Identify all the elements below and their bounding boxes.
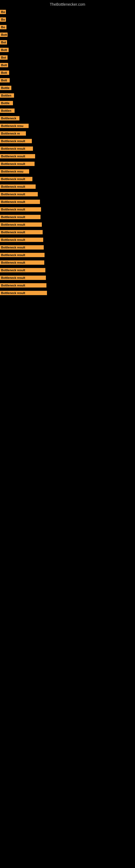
bar-row: Bo bbox=[0, 23, 135, 31]
bar-label: Bottleneck result bbox=[0, 276, 46, 280]
bar-label: Bottleneck result bbox=[0, 154, 35, 158]
bar-label: Bottleneck result bbox=[0, 147, 33, 151]
bar-row: Bottleneck result bbox=[0, 251, 135, 259]
bar-row: Bottleneck result bbox=[0, 213, 135, 221]
bar-row: Bott bbox=[0, 61, 135, 69]
bar-row: Bottleneck result bbox=[0, 244, 135, 251]
bar-label: Bottleneck result bbox=[0, 245, 44, 250]
bar-row: Bottle bbox=[0, 84, 135, 92]
bar-row: Bottleneck result bbox=[0, 228, 135, 236]
bar-row: Bottleneck result bbox=[0, 289, 135, 297]
bar-label: Bottle bbox=[0, 101, 13, 105]
bar-label: Bottleneck result bbox=[0, 253, 45, 257]
bar-label: Bottleneck result bbox=[0, 177, 32, 181]
bar-label: Bottleneck result bbox=[0, 222, 42, 227]
bar-label: Bottleneck result bbox=[0, 283, 46, 287]
bar-label: Bottleneck result bbox=[0, 238, 43, 242]
bar-label: Bottleneck resu bbox=[0, 169, 29, 174]
bar-row: Bottleneck result bbox=[0, 274, 135, 282]
bar-row: Bot bbox=[0, 54, 135, 61]
bar-label: Bottlen bbox=[0, 108, 14, 113]
bar-row: Bottlen bbox=[0, 107, 135, 115]
bar-label: Bottleneck result bbox=[0, 260, 44, 265]
bar-label: Bott bbox=[0, 78, 10, 83]
bar-row: Bott bbox=[0, 46, 135, 54]
bar-row: Bottleneck resu bbox=[0, 167, 135, 175]
bar-label: Bottleneck re bbox=[0, 131, 26, 135]
bar-label: Bo bbox=[0, 10, 6, 14]
bar-label: Bottleneck bbox=[0, 116, 19, 120]
bar-row: Bottleneck re bbox=[0, 130, 135, 137]
site-title: TheBottlenecker.com bbox=[0, 0, 135, 8]
bar-label: Bott bbox=[0, 63, 8, 67]
bar-label: Bottleneck result bbox=[0, 199, 40, 204]
bar-row: Bottleneck result bbox=[0, 175, 135, 183]
bar-label: Bottleneck result bbox=[0, 230, 43, 235]
bar-row: Bottleneck result bbox=[0, 190, 135, 198]
bar-label: Bottleneck result bbox=[0, 215, 41, 219]
bar-row: Bot bbox=[0, 38, 135, 46]
bar-row: Bottleneck bbox=[0, 115, 135, 122]
bar-row: Bo bbox=[0, 8, 135, 16]
bar-label: Bottleneck result bbox=[0, 139, 32, 143]
bar-label: Bo bbox=[0, 25, 6, 29]
bar-row: Bo bbox=[0, 16, 135, 23]
bar-label: Bottleneck result bbox=[0, 207, 41, 212]
bar-row: Bottleneck result bbox=[0, 236, 135, 244]
bar-row: Bottlen bbox=[0, 92, 135, 99]
bar-row: Bott bbox=[0, 69, 135, 76]
bar-label: Bottleneck resu bbox=[0, 124, 29, 128]
bar-label: Bottleneck result bbox=[0, 192, 38, 196]
bar-row: Bottleneck result bbox=[0, 221, 135, 228]
bar-row: Bottleneck resu bbox=[0, 122, 135, 130]
bar-label: Bottleneck result bbox=[0, 291, 47, 295]
bar-row: Bottle bbox=[0, 99, 135, 107]
bar-row: Bottleneck result bbox=[0, 198, 135, 206]
bar-row: Bott bbox=[0, 76, 135, 84]
bar-label: Bottleneck result bbox=[0, 162, 35, 166]
bar-label: Bottleneck result bbox=[0, 268, 45, 272]
bar-row: Bott bbox=[0, 31, 135, 38]
bar-label: Bot bbox=[0, 55, 8, 60]
bar-label: Bo bbox=[0, 18, 6, 22]
bars-container: BoBoBoBottBotBottBotBottBottBottBottleBo… bbox=[0, 8, 135, 297]
bar-row: Bottleneck result bbox=[0, 137, 135, 145]
bar-row: Bottleneck result bbox=[0, 183, 135, 190]
bar-row: Bottleneck result bbox=[0, 160, 135, 167]
bar-row: Bottleneck result bbox=[0, 206, 135, 213]
bar-row: Bottleneck result bbox=[0, 145, 135, 152]
bar-label: Bott bbox=[0, 33, 8, 37]
bar-label: Bottle bbox=[0, 86, 11, 90]
bar-label: Bott bbox=[0, 70, 9, 75]
bar-row: Bottleneck result bbox=[0, 282, 135, 289]
bar-label: Bott bbox=[0, 48, 9, 52]
bar-label: Bottlen bbox=[0, 93, 14, 98]
bar-label: Bot bbox=[0, 40, 7, 44]
bar-row: Bottleneck result bbox=[0, 267, 135, 274]
bar-row: Bottleneck result bbox=[0, 259, 135, 267]
bar-row: Bottleneck result bbox=[0, 152, 135, 160]
bar-label: Bottleneck result bbox=[0, 184, 36, 189]
